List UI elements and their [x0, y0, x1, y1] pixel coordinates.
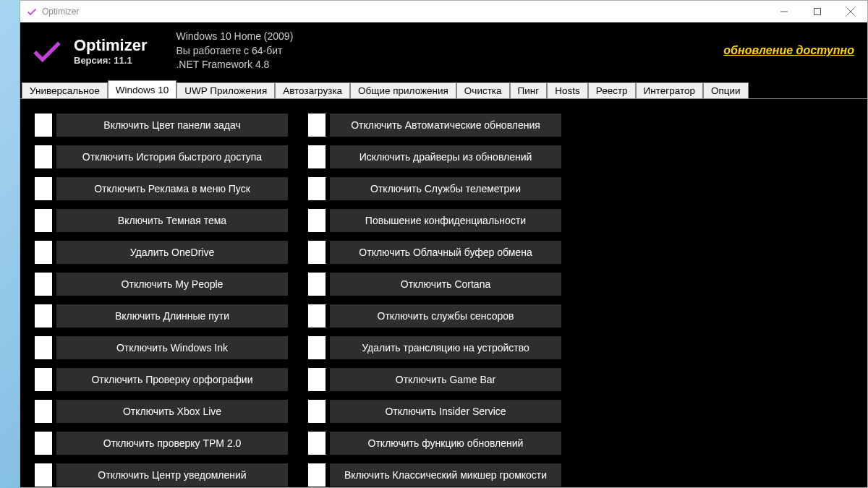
tab-универсальное[interactable]: Универсальное — [22, 82, 108, 98]
toggle-label[interactable]: Отключить История быстрого доступа — [56, 145, 288, 168]
toggle-checkbox[interactable] — [308, 368, 326, 391]
toggle-row: Удалить трансляцию на устройство — [308, 336, 561, 359]
os-info: Windows 10 Home (2009) — [176, 30, 293, 44]
app-name: Optimizer — [74, 36, 147, 55]
tab-автозагрузка[interactable]: Автозагрузка — [275, 82, 350, 98]
toggle-label[interactable]: Отключить Автоматические обновления — [330, 114, 561, 137]
toggle-row: Отключить Game Bar — [308, 368, 561, 391]
tab-windows-10[interactable]: Windows 10 — [108, 80, 177, 98]
toggle-checkbox[interactable] — [35, 241, 52, 264]
toggle-row: Отключить службы сенсоров — [308, 304, 561, 328]
toggle-checkbox[interactable] — [35, 114, 52, 137]
app-icon-small — [26, 6, 38, 17]
toggle-checkbox[interactable] — [308, 432, 326, 455]
toggle-row: Отключить Автоматические обновления — [308, 114, 561, 137]
system-info: Windows 10 Home (2009) Вы работаете с 64… — [176, 30, 293, 72]
toggle-label[interactable]: Удалить OneDrive — [56, 241, 288, 264]
toggle-label[interactable]: Удалить трансляцию на устройство — [330, 336, 561, 359]
tab-uwp-приложения[interactable]: UWP Приложения — [176, 82, 275, 98]
toggle-row: Включить Цвет панели задач — [35, 114, 288, 137]
toggle-row: Отключить My People — [35, 273, 288, 296]
toggle-row: Отключить История быстрого доступа — [35, 145, 288, 168]
toggle-row: Исключить драйверы из обновлений — [308, 145, 561, 168]
toggle-checkbox[interactable] — [308, 145, 326, 168]
toggle-column-1: Включить Цвет панели задачОтключить Исто… — [35, 114, 288, 487]
toggle-checkbox[interactable] — [35, 145, 52, 168]
toggle-row: Отключить Облачный буфер обмена — [308, 241, 561, 264]
toggle-row: Отключить Службы телеметрии — [308, 177, 561, 200]
toggle-label[interactable]: Включить Классический микшер громкости — [330, 463, 561, 487]
toggle-checkbox[interactable] — [35, 463, 52, 487]
toggle-row: Отключить Cortana — [308, 273, 561, 296]
toggle-checkbox[interactable] — [35, 209, 52, 232]
toggle-row: Отключить функцию обновлений — [308, 432, 561, 455]
app-window: Optimizer Optimizer Версия: 11.1 Windows… — [20, 0, 868, 488]
toggle-label[interactable]: Отключить функцию обновлений — [330, 432, 561, 455]
tab-реестр[interactable]: Реестр — [588, 82, 636, 98]
toggle-label[interactable]: Исключить драйверы из обновлений — [330, 145, 561, 168]
toggle-label[interactable]: Отключить Реклама в меню Пуск — [56, 177, 288, 200]
toggle-checkbox[interactable] — [35, 336, 52, 359]
toggle-label[interactable]: Повышение конфиденциальности — [330, 209, 561, 232]
toggle-checkbox[interactable] — [308, 400, 326, 423]
toggle-label[interactable]: Отключить проверку TPM 2.0 — [56, 432, 288, 455]
toggle-label[interactable]: Отключить Windows Ink — [56, 336, 288, 359]
toggle-row: Отключить Insider Service — [308, 400, 561, 423]
toggle-row: Удалить OneDrive — [35, 241, 288, 264]
toggle-column-2: Отключить Автоматические обновленияИсклю… — [308, 114, 561, 487]
toggle-label[interactable]: Отключить Cortana — [330, 273, 561, 296]
toggle-checkbox[interactable] — [308, 273, 326, 296]
update-available-link[interactable]: обновление доступно — [723, 44, 854, 57]
tab-очистка[interactable]: Очистка — [456, 82, 510, 98]
toggle-checkbox[interactable] — [35, 368, 52, 391]
toggle-checkbox[interactable] — [308, 241, 326, 264]
toggle-checkbox[interactable] — [308, 336, 326, 359]
toggle-checkbox[interactable] — [308, 177, 326, 200]
header: Optimizer Версия: 11.1 Windows 10 Home (… — [20, 22, 867, 80]
toggle-checkbox[interactable] — [308, 463, 326, 487]
app-version: Версия: 11.1 — [74, 55, 147, 66]
toggle-checkbox[interactable] — [35, 177, 52, 200]
tab-hosts[interactable]: Hosts — [547, 82, 588, 98]
toggle-checkbox[interactable] — [35, 432, 52, 455]
toggle-label[interactable]: Отключить Проверку орфографии — [56, 368, 288, 391]
toggle-row: Отключить Проверку орфографии — [35, 368, 288, 391]
toggle-label[interactable]: Отключить Центр уведомлений — [56, 463, 288, 487]
toggle-checkbox[interactable] — [35, 273, 52, 296]
window-title: Optimizer — [42, 7, 79, 17]
toggle-label[interactable]: Отключить службы сенсоров — [330, 304, 561, 328]
toggle-label[interactable]: Отключить Облачный буфер обмена — [330, 241, 561, 264]
tabbar: УниверсальноеWindows 10UWP ПриложенияАвт… — [20, 80, 867, 98]
toggle-checkbox[interactable] — [35, 400, 52, 423]
app-title-block: Optimizer Версия: 11.1 — [74, 36, 147, 66]
toggle-label[interactable]: Отключить My People — [56, 273, 288, 296]
net-info: .NET Framework 4.8 — [176, 58, 293, 72]
toggle-checkbox[interactable] — [35, 304, 52, 328]
toggle-checkbox[interactable] — [308, 304, 326, 328]
tab-интегратор[interactable]: Интегратор — [636, 82, 703, 98]
titlebar: Optimizer — [20, 1, 867, 22]
toggle-label[interactable]: Включить Длинные пути — [56, 304, 288, 328]
toggle-label[interactable]: Отключить Game Bar — [330, 368, 561, 391]
toggle-label[interactable]: Отключить Insider Service — [330, 400, 561, 423]
close-button[interactable] — [834, 1, 867, 22]
tab-общие-приложения[interactable]: Общие приложения — [350, 82, 456, 98]
toggle-label[interactable]: Включить Цвет панели задач — [56, 114, 288, 137]
toggle-row: Включить Классический микшер громкости — [308, 463, 561, 487]
tab-опции[interactable]: Опции — [703, 82, 749, 98]
toggle-label[interactable]: Включить Темная тема — [56, 209, 288, 232]
toggle-checkbox[interactable] — [308, 209, 326, 232]
toggle-row: Отключить Windows Ink — [35, 336, 288, 359]
svg-rect-1 — [814, 9, 821, 15]
toggle-checkbox[interactable] — [308, 114, 326, 137]
minimize-button[interactable] — [767, 1, 801, 22]
maximize-button[interactable] — [801, 1, 834, 22]
tab-пинг[interactable]: Пинг — [510, 82, 548, 98]
toggle-row: Отключить проверку TPM 2.0 — [35, 432, 288, 455]
toggle-label[interactable]: Отключить Службы телеметрии — [330, 177, 561, 200]
toggle-row: Отключить Центр уведомлений — [35, 463, 288, 487]
toggle-label[interactable]: Отключить Xbox Live — [56, 400, 288, 423]
arch-info: Вы работаете с 64-бит — [176, 44, 293, 59]
toggle-row: Отключить Xbox Live — [35, 400, 288, 423]
toggle-row: Включить Длинные пути — [35, 304, 288, 328]
